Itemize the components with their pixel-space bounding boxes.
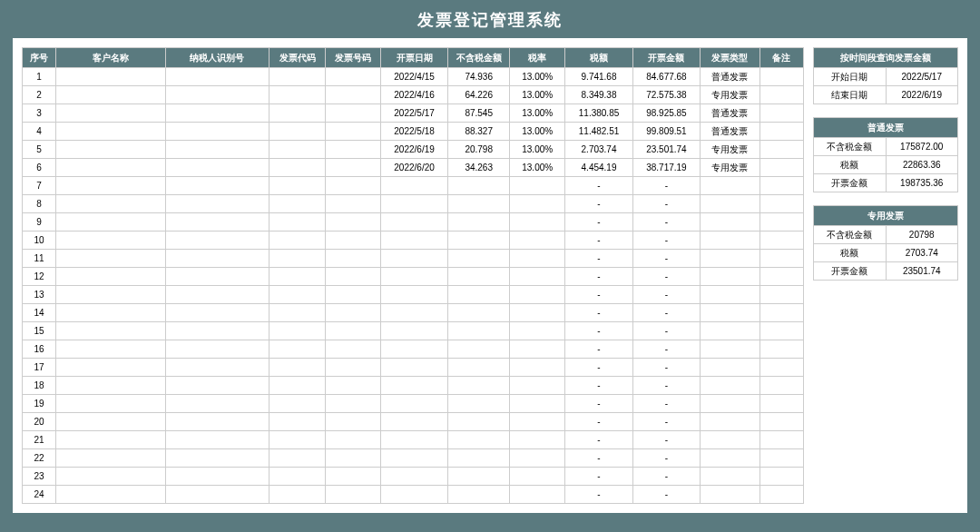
cell-code[interactable] — [270, 286, 325, 304]
cell-num[interactable] — [325, 322, 380, 340]
cell-amt[interactable]: 20.798 — [448, 141, 510, 159]
cell-seq[interactable]: 4 — [23, 123, 56, 141]
cell-memo[interactable] — [760, 449, 803, 468]
cell-tax[interactable]: - — [565, 486, 632, 504]
cell-taxid[interactable] — [165, 468, 270, 486]
cell-amt[interactable] — [448, 250, 510, 268]
cell-memo[interactable] — [760, 304, 803, 322]
cell-taxid[interactable] — [165, 486, 270, 504]
cell-rate[interactable]: 13.00% — [510, 104, 565, 123]
cell-num[interactable] — [325, 486, 380, 504]
end-date-value[interactable]: 2022/6/19 — [886, 86, 958, 104]
cell-taxid[interactable] — [165, 359, 270, 377]
cell-amt[interactable] — [448, 232, 510, 250]
cell-total[interactable]: - — [632, 322, 700, 340]
cell-memo[interactable] — [760, 359, 803, 377]
cell-num[interactable] — [325, 377, 380, 395]
cell-amt[interactable] — [448, 431, 510, 449]
cell-cust[interactable] — [56, 195, 165, 213]
cell-cust[interactable] — [56, 86, 165, 104]
cell-num[interactable] — [325, 340, 380, 359]
cell-type[interactable] — [701, 195, 760, 213]
cell-seq[interactable]: 8 — [23, 195, 56, 213]
cell-seq[interactable]: 16 — [23, 340, 56, 359]
cell-rate[interactable] — [510, 232, 565, 250]
cell-code[interactable] — [270, 359, 325, 377]
cell-type[interactable] — [701, 449, 760, 468]
cell-cust[interactable] — [56, 68, 165, 86]
cell-code[interactable] — [270, 123, 325, 141]
cell-date[interactable]: 2022/4/16 — [380, 86, 447, 104]
cell-tax[interactable]: 8.349.38 — [565, 86, 632, 104]
cell-cust[interactable] — [56, 413, 165, 431]
cell-rate[interactable] — [510, 250, 565, 268]
cell-num[interactable] — [325, 250, 380, 268]
cell-num[interactable] — [325, 68, 380, 86]
cell-memo[interactable] — [760, 141, 803, 159]
cell-total[interactable]: 23.501.74 — [632, 141, 700, 159]
cell-amt[interactable] — [448, 413, 510, 431]
cell-amt[interactable] — [448, 395, 510, 413]
cell-rate[interactable] — [510, 268, 565, 286]
cell-memo[interactable] — [760, 159, 803, 177]
cell-type[interactable] — [701, 213, 760, 232]
cell-num[interactable] — [325, 123, 380, 141]
cell-num[interactable] — [325, 304, 380, 322]
cell-num[interactable] — [325, 86, 380, 104]
cell-type[interactable]: 普通发票 — [701, 104, 760, 123]
cell-num[interactable] — [325, 431, 380, 449]
cell-total[interactable]: - — [632, 359, 700, 377]
cell-memo[interactable] — [760, 395, 803, 413]
cell-amt[interactable] — [448, 340, 510, 359]
cell-rate[interactable] — [510, 431, 565, 449]
cell-cust[interactable] — [56, 213, 165, 232]
cell-cust[interactable] — [56, 340, 165, 359]
cell-taxid[interactable] — [165, 104, 270, 123]
cell-type[interactable] — [701, 340, 760, 359]
cell-rate[interactable] — [510, 340, 565, 359]
cell-num[interactable] — [325, 286, 380, 304]
cell-seq[interactable]: 14 — [23, 304, 56, 322]
cell-seq[interactable]: 15 — [23, 322, 56, 340]
cell-amt[interactable] — [448, 359, 510, 377]
cell-tax[interactable]: 4.454.19 — [565, 159, 632, 177]
cell-cust[interactable] — [56, 159, 165, 177]
cell-taxid[interactable] — [165, 213, 270, 232]
cell-tax[interactable]: - — [565, 322, 632, 340]
cell-seq[interactable]: 5 — [23, 141, 56, 159]
cell-code[interactable] — [270, 304, 325, 322]
cell-seq[interactable]: 2 — [23, 86, 56, 104]
cell-rate[interactable] — [510, 304, 565, 322]
cell-code[interactable] — [270, 104, 325, 123]
cell-code[interactable] — [270, 213, 325, 232]
cell-tax[interactable]: - — [565, 304, 632, 322]
cell-taxid[interactable] — [165, 304, 270, 322]
cell-memo[interactable] — [760, 68, 803, 86]
cell-tax[interactable]: 11.380.85 — [565, 104, 632, 123]
cell-rate[interactable] — [510, 322, 565, 340]
cell-seq[interactable]: 20 — [23, 413, 56, 431]
cell-memo[interactable] — [760, 123, 803, 141]
cell-tax[interactable]: 2.703.74 — [565, 141, 632, 159]
cell-rate[interactable] — [510, 213, 565, 232]
cell-total[interactable]: - — [632, 395, 700, 413]
cell-rate[interactable]: 13.00% — [510, 141, 565, 159]
cell-num[interactable] — [325, 268, 380, 286]
cell-amt[interactable] — [448, 486, 510, 504]
cell-taxid[interactable] — [165, 159, 270, 177]
cell-memo[interactable] — [760, 431, 803, 449]
cell-amt[interactable]: 88.327 — [448, 123, 510, 141]
cell-type[interactable]: 普通发票 — [701, 68, 760, 86]
cell-num[interactable] — [325, 141, 380, 159]
cell-taxid[interactable] — [165, 431, 270, 449]
cell-type[interactable] — [701, 304, 760, 322]
cell-memo[interactable] — [760, 213, 803, 232]
cell-memo[interactable] — [760, 177, 803, 195]
cell-type[interactable] — [701, 468, 760, 486]
cell-type[interactable]: 专用发票 — [701, 141, 760, 159]
cell-date[interactable] — [380, 395, 447, 413]
cell-num[interactable] — [325, 195, 380, 213]
cell-rate[interactable] — [510, 286, 565, 304]
cell-rate[interactable] — [510, 395, 565, 413]
cell-total[interactable]: 72.575.38 — [632, 86, 700, 104]
